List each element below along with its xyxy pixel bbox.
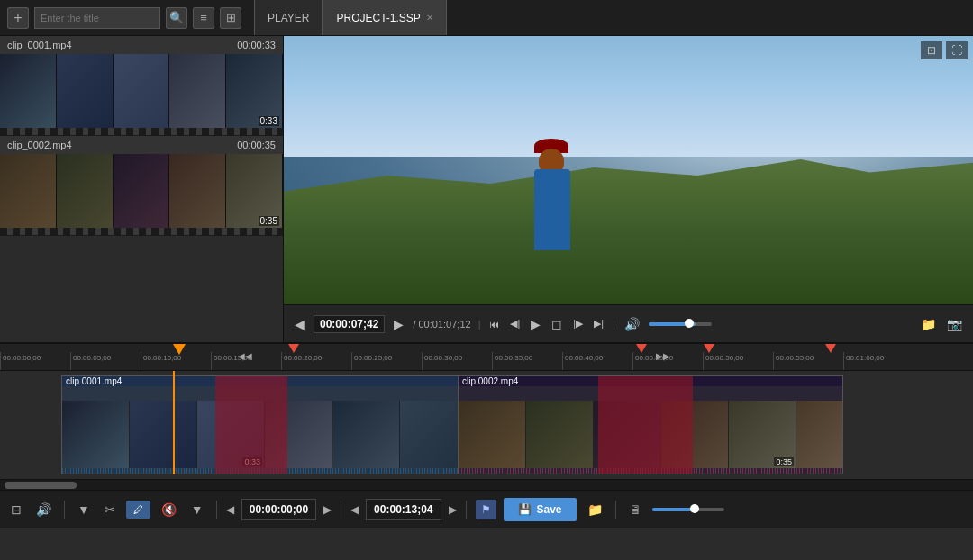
mark-in-button[interactable]: ⏮ — [487, 317, 501, 331]
separator: | — [478, 319, 481, 330]
thumb — [0, 154, 57, 235]
highlight-button[interactable]: 🖊 — [126, 501, 150, 519]
marker-red-1 — [288, 344, 299, 353]
save-icon: 💾 — [518, 503, 532, 516]
thumb — [0, 54, 57, 135]
marker-red-3 — [704, 344, 714, 353]
timecode-separator: / 00:01:07;12 — [413, 319, 470, 330]
play-button[interactable]: ▶ — [529, 315, 542, 333]
dropdown-arrow[interactable]: ▼ — [187, 499, 207, 520]
audio-icon[interactable]: 🔊 — [32, 499, 55, 520]
clip-thumb-duration: 0:35 — [259, 216, 279, 226]
timeline-ruler: ◀◀ ▶▶ 00:00:00;00 00:00:05;00 00:00:10;0… — [0, 344, 973, 371]
clip-tl-label: clip 0002.mp4 — [462, 376, 518, 386]
video-frame: ⊡ ⛶ — [284, 36, 973, 304]
ruler-mark: 00:00:55;00 — [773, 352, 843, 370]
scissors-icon[interactable]: ✂ — [101, 499, 119, 520]
separator — [466, 501, 467, 519]
volume-slider[interactable] — [649, 322, 712, 326]
volume-icon[interactable]: 🔊 — [623, 315, 641, 333]
clip-duration: 00:00:35 — [237, 140, 276, 150]
separator — [64, 501, 65, 519]
clip-name: clip_0002.mp4 — [7, 140, 72, 150]
screenshot-icon[interactable]: 📷 — [945, 315, 964, 333]
track-row: clip 0001.mp4 0:33 — [0, 371, 973, 479]
timecode2-prev[interactable]: ◀ — [350, 503, 359, 516]
thumb — [114, 154, 170, 235]
display-icon[interactable]: 🖥 — [625, 499, 645, 520]
thumb — [169, 54, 226, 135]
filter-icon[interactable]: ▼ — [74, 499, 94, 520]
playhead-ruler-marker — [173, 344, 186, 355]
tab-close-icon[interactable]: ✕ — [426, 13, 433, 23]
tl-thumb — [62, 401, 130, 468]
marker-button[interactable]: ⚑ — [476, 500, 496, 519]
ruler-mark: 00:00:15;00 — [211, 352, 281, 370]
timecode1-prev[interactable]: ◀ — [226, 503, 234, 516]
folder-icon[interactable]: 📁 — [919, 315, 938, 333]
grid-view-icon[interactable]: ⊞ — [220, 7, 241, 29]
left-panel: clip_0001.mp4 00:00:33 0:33 clip_0002.mp… — [0, 36, 284, 342]
ruler-mark: 00:00:10;00 — [141, 352, 211, 370]
pip-icon[interactable]: ⊡ — [921, 41, 942, 59]
tl-thumb — [796, 401, 843, 468]
export-folder-icon[interactable]: 📁 — [584, 499, 606, 520]
add-button[interactable]: + — [7, 7, 29, 29]
top-bar: + 🔍 ≡ ⊞ PLAYER PROJECT-1.SSP ✕ — [0, 0, 973, 36]
bottom-slider[interactable] — [652, 508, 724, 511]
h-scrollbar-thumb[interactable] — [5, 482, 77, 489]
h-scrollbar[interactable] — [0, 479, 973, 490]
stop-button[interactable]: ◻ — [550, 315, 564, 333]
film-strip-bottom — [0, 128, 283, 135]
frame-back-button[interactable]: ◀| — [508, 316, 522, 331]
bottom-slider-thumb[interactable] — [690, 504, 699, 513]
current-timecode: 00:00:07;42 — [314, 315, 385, 333]
video-display — [284, 36, 973, 304]
next-mark-button[interactable]: ▶| — [592, 316, 605, 331]
fullscreen-icon[interactable]: ⛶ — [946, 41, 968, 59]
ruler-marks: 00:00:00;00 00:00:05;00 00:00:10;00 00:0… — [0, 352, 973, 370]
list-view-icon[interactable]: ≡ — [193, 7, 214, 29]
ruler-mark: 00:00:05;00 — [70, 352, 141, 370]
clip-dark-section — [598, 376, 693, 474]
ruler-mark: 00:00:30;00 — [422, 352, 492, 370]
tab-player[interactable]: PLAYER — [254, 0, 323, 35]
clip-duration: 00:00:33 — [237, 40, 276, 50]
ruler-mark: 00:00:35;00 — [492, 352, 562, 370]
marker-end — [825, 344, 836, 353]
volume-track[interactable] — [649, 322, 712, 326]
tracks-icon[interactable]: ⊟ — [7, 499, 25, 520]
separator: | — [613, 319, 615, 330]
timeline-clip-2[interactable]: clip 0002.mp4 0:35 — [458, 375, 843, 474]
tabs-area: PLAYER PROJECT-1.SSP ✕ — [254, 0, 447, 35]
film-strip-bottom — [0, 228, 283, 235]
search-input[interactable] — [34, 7, 160, 29]
clip-item: clip_0001.mp4 00:00:33 0:33 — [0, 36, 283, 136]
search-icon[interactable]: 🔍 — [166, 7, 187, 29]
ruler-mark: 00:00:50;00 — [703, 352, 773, 370]
mute-icon[interactable]: 🔇 — [158, 499, 180, 520]
clip-thumb-duration: 0:33 — [259, 116, 279, 126]
timeline-clip-1[interactable]: clip 0001.mp4 0:33 — [61, 375, 462, 474]
ruler-mark: 00:00:45;00 — [632, 352, 703, 370]
timeline-tracks[interactable]: clip 0001.mp4 0:33 — [0, 371, 973, 479]
separator — [216, 501, 217, 519]
timecode1-next[interactable]: ▶ — [323, 503, 332, 516]
next-button[interactable]: ▶ — [392, 315, 405, 333]
prev-button[interactable]: ◀ — [293, 315, 306, 333]
ruler-mark: 00:00:40;00 — [562, 352, 632, 370]
separator — [615, 501, 616, 519]
timecode2-next[interactable]: ▶ — [449, 503, 457, 516]
frame-forward-button[interactable]: |▶ — [571, 316, 585, 331]
bottom-slider-track[interactable] — [652, 508, 724, 511]
ruler-mark: 00:00:25;00 — [351, 352, 422, 370]
video-ground — [284, 143, 973, 304]
tl-thumb — [332, 401, 400, 468]
clip-thumbnails[interactable]: 0:33 — [0, 54, 283, 135]
clip-thumbnails[interactable]: 0:35 — [0, 154, 283, 235]
save-button[interactable]: 💾 Save — [504, 498, 577, 521]
player-controls: ◀ 00:00:07;42 ▶ / 00:01:07;12 | ⏮ ◀| ▶ ◻… — [284, 304, 973, 342]
tl-thumb — [130, 401, 197, 468]
volume-thumb[interactable] — [685, 319, 694, 328]
tab-project[interactable]: PROJECT-1.SSP ✕ — [323, 0, 446, 35]
